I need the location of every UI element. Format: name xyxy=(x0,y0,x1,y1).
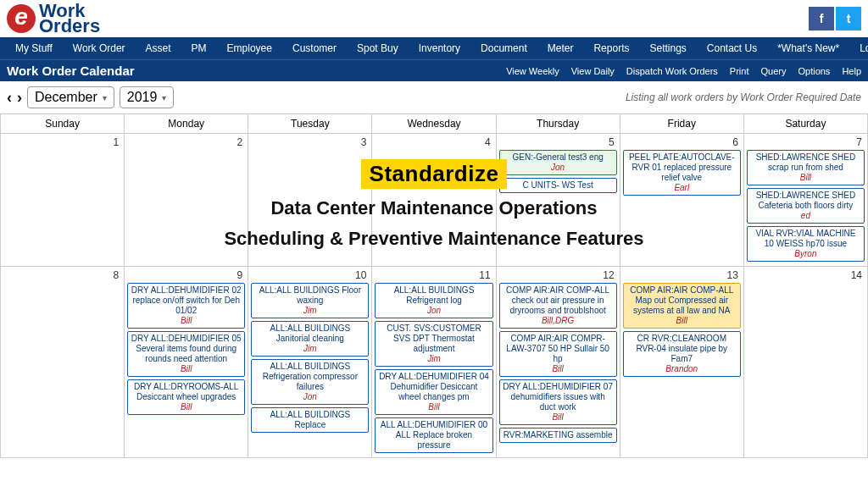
cell-dec-10[interactable]: 10 ALL:ALL BUILDINGS Floor waxingJim ALL… xyxy=(248,267,372,458)
work-order[interactable]: COMP AIR:AIR COMPR-LAW-3707 50 HP Sullai… xyxy=(499,331,617,377)
work-order[interactable]: CR RVR:CLEANROOM RVR-04 insulate pipe by… xyxy=(623,331,741,377)
nav-customer[interactable]: Customer xyxy=(282,42,347,54)
action-view-weekly[interactable]: View Weekly xyxy=(506,66,559,76)
app-logo: e Work Orders xyxy=(7,3,100,34)
work-order[interactable]: DRY ALL:DEHUMIDIFIER 07 dehumidifiers is… xyxy=(499,379,617,425)
listing-label: Listing all work orders by Work Order Re… xyxy=(626,91,861,103)
year-select[interactable]: 2019 xyxy=(120,86,175,108)
nav-my-stuff[interactable]: My Stuff xyxy=(5,42,63,54)
work-order[interactable]: ALL ALL:DEHUMIDIFIER 00 ALL Replace brok… xyxy=(375,417,492,453)
dayhead-wed: Wednesday xyxy=(372,114,496,134)
cell-dec-13[interactable]: 13 COMP AIR:AIR COMP-ALL Map out Compres… xyxy=(620,267,744,458)
work-order[interactable]: VIAL RVR:VIAL MACHINE 10 WEISS hp70 issu… xyxy=(747,226,865,262)
work-order[interactable]: ALL:ALL BUILDINGS Floor waxingJim xyxy=(251,283,369,318)
twitter-icon[interactable]: t xyxy=(836,7,861,30)
cell-dec-12[interactable]: 12 COMP AIR:AIR COMP-ALL check out air p… xyxy=(497,267,620,458)
nav-settings[interactable]: Settings xyxy=(639,42,696,54)
work-order[interactable]: DRY ALL:DEHUMIDIFIER 04 Dehumidifier Des… xyxy=(375,369,492,415)
dayhead-tue: Tuesday xyxy=(248,114,372,134)
action-print[interactable]: Print xyxy=(730,66,749,76)
work-order[interactable]: DRY ALL:DEHUMIDIFIER 02 replace on/off s… xyxy=(127,283,245,329)
main-nav: My Stuff Work Order Asset PM Employee Cu… xyxy=(0,37,868,59)
logo-text-bottom: Orders xyxy=(39,19,100,34)
action-view-daily[interactable]: View Daily xyxy=(571,66,615,76)
work-order[interactable]: ALL:ALL BUILDINGS Refrigeration compress… xyxy=(251,359,369,405)
dayhead-sat: Saturday xyxy=(744,114,868,134)
nav-spot-buy[interactable]: Spot Buy xyxy=(347,42,409,54)
nav-logout[interactable]: Logout xyxy=(849,42,868,54)
cell-dec-14[interactable]: 14 xyxy=(744,267,868,458)
dayhead-thu: Thursday xyxy=(497,114,620,134)
facebook-icon[interactable]: f xyxy=(809,7,834,30)
nav-document[interactable]: Document xyxy=(470,42,537,54)
work-order[interactable]: SHED:LAWRENCE SHED Cafeteria both floors… xyxy=(747,188,865,224)
cell-dec-1[interactable]: 1 xyxy=(1,134,125,267)
cell-dec-9[interactable]: 9 DRY ALL:DEHUMIDIFIER 02 replace on/off… xyxy=(125,267,248,458)
cell-dec-11[interactable]: 11 ALL:ALL BUILDINGS Refrigerant logJon … xyxy=(372,267,496,458)
work-order[interactable]: ALL:ALL BUILDINGS Janitorial cleaningJim xyxy=(251,321,369,357)
work-order[interactable]: ALL:ALL BUILDINGS Refrigerant logJon xyxy=(375,283,492,318)
nav-employee[interactable]: Employee xyxy=(217,42,282,54)
next-month-button[interactable]: › xyxy=(17,89,22,107)
action-query[interactable]: Query xyxy=(760,66,786,76)
work-order[interactable]: COMP AIR:AIR COMP-ALL check out air pres… xyxy=(499,283,617,329)
cell-dec-7[interactable]: 7 SHED:LAWRENCE SHED scrap run from shed… xyxy=(744,134,868,267)
nav-contact-us[interactable]: Contact Us xyxy=(697,42,767,54)
action-dispatch[interactable]: Dispatch Work Orders xyxy=(626,66,718,76)
work-order[interactable]: ALL:ALL BUILDINGS Replace xyxy=(251,407,369,433)
page-title: Work Order Calendar xyxy=(7,64,135,78)
overlay-line1: Data Center Maintenance Operations xyxy=(129,197,739,219)
nav-reports[interactable]: Reports xyxy=(583,42,639,54)
nav-pm[interactable]: PM xyxy=(181,42,217,54)
dayhead-sun: Sunday xyxy=(1,114,125,134)
social-links: f t xyxy=(809,7,861,30)
overlay-highlight: Standardize xyxy=(361,159,508,189)
action-options[interactable]: Options xyxy=(798,66,830,76)
sub-nav: Work Order Calendar View Weekly View Dai… xyxy=(0,59,868,81)
dayhead-fri: Friday xyxy=(620,114,744,134)
work-order[interactable]: SHED:LAWRENCE SHED scrap run from shedBi… xyxy=(747,150,865,185)
month-select[interactable]: December xyxy=(27,86,114,108)
work-order[interactable]: RVR:MARKETING assemble xyxy=(499,428,617,443)
nav-asset[interactable]: Asset xyxy=(136,42,181,54)
nav-meter[interactable]: Meter xyxy=(537,42,584,54)
prev-month-button[interactable]: ‹ xyxy=(7,89,12,107)
logo-e-icon: e xyxy=(7,4,36,33)
nav-whats-new[interactable]: *What's New* xyxy=(767,42,849,54)
action-help[interactable]: Help xyxy=(842,66,861,76)
work-order[interactable]: COMP AIR:AIR COMP-ALL Map out Compressed… xyxy=(623,283,741,329)
work-order[interactable]: DRY ALL:DRYROOMS-ALL Desiccant wheel upg… xyxy=(127,379,245,415)
subnav-actions: View Weekly View Daily Dispatch Work Ord… xyxy=(506,66,861,76)
calendar-controls: ‹ › December 2019 Listing all work order… xyxy=(0,81,868,114)
cell-dec-8[interactable]: 8 xyxy=(1,267,125,458)
logo-bar: e Work Orders f t xyxy=(0,0,868,37)
dayhead-mon: Monday xyxy=(125,114,248,134)
work-order[interactable]: CUST. SVS:CUSTOMER SVS DPT Thermostat ad… xyxy=(375,321,492,367)
nav-work-order[interactable]: Work Order xyxy=(63,42,136,54)
nav-inventory[interactable]: Inventory xyxy=(409,42,470,54)
overlay-line2: Scheduling & Preventive Maintenance Feat… xyxy=(129,228,739,250)
work-order[interactable]: DRY ALL:DEHUMIDIFIER 05 Several items fo… xyxy=(127,331,245,377)
overlay-caption: Standardize Data Center Maintenance Oper… xyxy=(129,159,739,250)
